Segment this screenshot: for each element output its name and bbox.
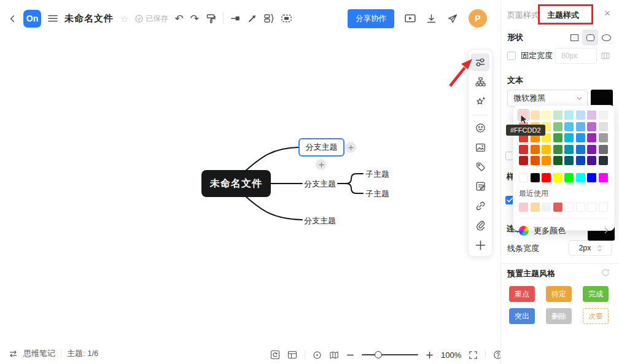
mindmap-root-node[interactable]: 未命名文件 [201,170,271,197]
share-button[interactable]: 分享协作 [348,9,394,28]
locate-icon[interactable] [313,350,322,360]
structure-icon[interactable] [471,73,489,91]
relation-line-icon[interactable] [230,14,241,23]
fullscreen-icon[interactable] [469,350,478,360]
color-swatch[interactable] [531,145,540,154]
download-icon[interactable] [426,14,437,24]
tab-theme-style[interactable]: 主题样式 [547,10,579,21]
more-colors-button[interactable]: 更多颜色 [519,219,609,242]
color-swatch[interactable] [599,145,608,154]
shape-ellipse-button[interactable] [598,29,614,45]
add-child-button[interactable] [316,159,327,170]
refresh-icon[interactable] [601,268,610,277]
mindmap-branch-node[interactable]: 分支主题 [304,179,336,190]
color-swatch[interactable] [553,156,563,165]
plus-icon[interactable] [471,236,489,254]
color-swatch[interactable] [576,133,585,142]
mindmap-child-node[interactable]: 子主题 [365,169,389,180]
tag-icon[interactable] [471,158,489,176]
color-swatch[interactable] [599,173,608,182]
layout-icon[interactable] [287,350,297,360]
font-color-swatch[interactable] [591,90,613,107]
presentation-icon[interactable] [405,14,416,24]
color-swatch[interactable] [564,133,574,142]
add-sibling-button[interactable] [345,142,356,153]
app-logo[interactable]: On [23,10,41,28]
color-swatch[interactable] [587,110,596,120]
zoom-in-icon[interactable] [426,351,434,359]
color-swatch[interactable] [587,133,596,142]
color-swatch[interactable] [553,145,563,154]
fixed-width-checkbox[interactable] [507,52,516,60]
color-swatch[interactable] [564,110,574,120]
color-swatch[interactable] [587,122,596,131]
color-swatch[interactable] [599,203,608,212]
tab-page-style[interactable]: 页面样式 [507,10,539,21]
attachment-icon[interactable] [471,217,489,234]
preset-style-button[interactable]: 次要 [583,308,609,324]
color-swatch[interactable] [564,145,574,154]
link-icon[interactable] [471,197,489,215]
color-swatch[interactable] [599,156,608,165]
preset-style-button[interactable]: 突出 [509,308,535,324]
preset-style-button[interactable]: 完成 [583,286,609,302]
color-swatch[interactable] [531,110,540,120]
zoom-out-icon[interactable] [346,351,354,359]
mindmap-branch-node-selected[interactable]: 分支主题 [298,138,345,157]
color-swatch[interactable] [564,203,574,212]
color-swatch[interactable] [599,133,608,142]
color-swatch[interactable] [553,133,563,142]
color-swatch[interactable] [542,110,551,120]
color-swatch[interactable] [576,156,585,165]
preset-style-button[interactable]: 删除 [546,308,572,324]
color-swatch[interactable] [553,110,563,120]
color-swatch[interactable] [576,122,585,131]
format-painter-icon[interactable] [206,14,216,24]
mode-label[interactable]: 思维笔记 [23,348,55,359]
summary-icon[interactable] [264,14,274,23]
avatar[interactable]: P [469,9,487,28]
style-sliders-icon[interactable] [471,53,489,71]
color-swatch[interactable] [553,203,563,212]
color-swatch[interactable] [553,122,563,131]
history-icon[interactable] [270,350,280,360]
color-swatch[interactable] [553,173,563,182]
close-icon[interactable]: × [604,7,610,20]
fixed-width-input[interactable]: 80px [555,48,597,64]
preset-style-button[interactable]: 重点 [509,286,535,302]
color-swatch[interactable] [519,173,528,182]
color-swatch[interactable] [576,145,585,154]
color-swatch[interactable] [576,110,585,120]
color-swatch[interactable] [519,203,528,212]
zoom-slider-handle[interactable] [375,351,382,358]
color-swatch[interactable] [564,156,574,165]
color-swatch[interactable] [587,145,596,154]
document-title[interactable]: 未命名文件 [64,13,114,25]
color-swatch[interactable] [576,203,585,212]
image-icon[interactable] [471,139,489,157]
theme-wand-icon[interactable] [471,93,489,110]
color-swatch[interactable] [587,156,596,165]
zoom-level[interactable]: 100% [441,350,461,360]
color-swatch[interactable] [576,173,585,182]
star-icon[interactable]: ☆ [120,14,128,23]
color-swatch[interactable] [587,173,596,182]
send-icon[interactable] [447,14,458,24]
color-swatch[interactable] [519,110,528,120]
color-swatch[interactable] [519,156,528,165]
color-swatch[interactable] [564,173,574,182]
color-swatch[interactable] [531,173,540,182]
font-family-select[interactable]: 微软雅黑 [507,90,588,107]
line-width-stepper[interactable]: 2px [569,240,612,256]
back-icon[interactable] [9,15,17,23]
color-swatch[interactable] [587,203,596,212]
color-swatch[interactable] [519,145,528,154]
shape-rounded-button[interactable] [582,29,598,45]
zoom-slider[interactable] [362,354,418,355]
color-swatch[interactable] [599,122,608,131]
preset-style-button[interactable]: 待定 [546,286,572,302]
color-swatch[interactable] [542,156,551,165]
switch-mode-icon[interactable] [9,350,18,358]
color-swatch[interactable] [599,110,608,120]
color-swatch[interactable] [531,156,540,165]
